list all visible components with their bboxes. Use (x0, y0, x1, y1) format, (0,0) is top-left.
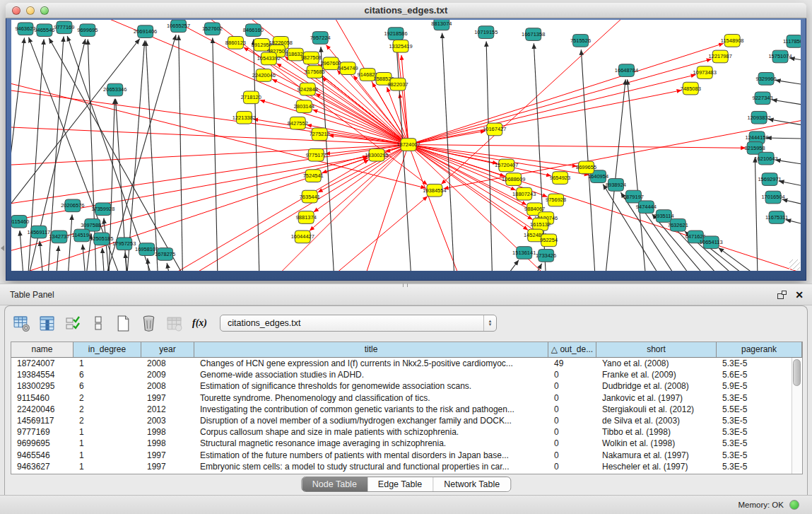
graph-node[interactable]: 9115460 (11, 216, 29, 228)
graph-node[interactable]: 7957224 (310, 32, 331, 45)
graph-node[interactable]: 10719155 (474, 26, 498, 39)
select-columns-button[interactable] (63, 314, 82, 333)
graph-node[interactable]: 10167427 (483, 123, 506, 136)
graph-node[interactable]: 15692971 (758, 173, 781, 186)
table-row[interactable]: 946554611997Estimation of the future num… (11, 450, 792, 461)
close-panel-icon[interactable]: ✕ (795, 291, 804, 299)
graph-node[interactable]: 17957253 (112, 238, 136, 250)
graph-node[interactable]: 11178504 (783, 35, 801, 48)
tab-network-table[interactable]: Network Table (433, 477, 510, 491)
graph-node[interactable]: 15136141 (512, 247, 536, 259)
graph-node[interactable]: 7515526 (570, 35, 591, 47)
graph-node[interactable]: 8813074 (431, 20, 452, 30)
tab-node-table[interactable]: Node Table (302, 477, 367, 491)
graph-node[interactable]: 20691406 (134, 25, 157, 38)
graph-node[interactable]: 9699695 (77, 24, 98, 37)
graph-node[interactable]: 19384554 (423, 184, 446, 197)
graph-node[interactable]: 13325419 (389, 40, 412, 52)
function-builder-button[interactable]: f(x) (190, 314, 209, 333)
graph-node[interactable]: 10655257 (167, 20, 190, 33)
graph-node[interactable]: 1527602 (202, 23, 223, 35)
graph-node[interactable]: 20653346 (103, 83, 126, 96)
graph-node[interactable]: 9756928 (546, 194, 566, 206)
table-scrollbar[interactable] (792, 358, 802, 474)
graph-node[interactable]: 1678275 (155, 248, 175, 261)
graph-node[interactable]: 7635441 (300, 190, 320, 203)
graph-node[interactable]: 7524541 (303, 170, 324, 182)
show-columns-button[interactable] (37, 314, 57, 333)
window-titlebar[interactable]: citations_edges.txt (6, 3, 806, 18)
table-row[interactable]: 1938455462009Genome-wide association stu… (11, 369, 792, 380)
graph-node[interactable]: 15720407 (495, 159, 518, 172)
network-canvas[interactable]: 9463627946554697771699699695206914061065… (11, 20, 801, 271)
graph-node[interactable]: 12217987 (709, 50, 732, 63)
column-header-short[interactable]: short (596, 342, 717, 357)
new-table-button[interactable] (114, 314, 133, 333)
graph-node[interactable]: 20206576 (61, 199, 84, 212)
graph-node[interactable]: 9881374 (296, 211, 317, 224)
table-settings-button[interactable] (12, 314, 31, 333)
graph-node[interactable]: 18807243 (512, 187, 536, 200)
graph-node[interactable]: 22420046 (252, 69, 276, 82)
graph-node[interactable]: 15751074 (768, 50, 792, 63)
graph-node[interactable]: 16671358 (522, 28, 545, 41)
tab-edge-table[interactable]: Edge Table (367, 477, 433, 491)
graph-node[interactable]: 9227343 (753, 92, 773, 105)
graph-node[interactable]: 9465546 (34, 24, 54, 37)
row-options-button[interactable] (88, 314, 107, 333)
graph-node[interactable]: 9329966 (756, 73, 777, 86)
graph-node[interactable]: 8427552 (288, 117, 308, 129)
column-header-title[interactable]: title (194, 342, 548, 357)
graph-node[interactable]: 16648784 (615, 64, 638, 77)
graph-node[interactable]: 8860123 (225, 37, 246, 49)
table-row[interactable]: 911546021997Tourette syndrome. Phenomeno… (11, 392, 792, 404)
graph-node[interactable]: 7485083 (681, 82, 701, 95)
graph-node[interactable]: 11548908 (721, 35, 744, 47)
graph-node[interactable]: 10973483 (693, 66, 717, 79)
graph-node[interactable]: 8466160 (243, 24, 264, 37)
column-header-pagerank[interactable]: pagerank (717, 342, 802, 357)
graph-node[interactable]: 10688609 (502, 173, 525, 186)
graph-node[interactable]: 8454749 (338, 62, 358, 75)
graph-node[interactable]: 7275212 (310, 128, 330, 141)
graph-node[interactable]: 2718120 (241, 91, 261, 104)
float-panel-icon[interactable] (777, 291, 787, 299)
graph-node[interactable]: 16044427 (291, 230, 314, 243)
graph-node[interactable]: 9777169 (54, 21, 74, 34)
graph-node[interactable]: 1342737 (49, 230, 69, 243)
column-header-name[interactable]: name (11, 342, 73, 357)
graph-node[interactable]: 9463627 (15, 23, 35, 35)
delete-columns-button[interactable] (139, 314, 158, 333)
splitter-handle[interactable] (403, 284, 408, 287)
graph-node[interactable]: 12213382 (233, 111, 256, 124)
table-selector-dropdown[interactable]: citations_edges.txt ▲▼ (220, 315, 497, 332)
graph-node[interactable]: 9827508 (301, 52, 322, 64)
table-row[interactable]: 1872400712008Changes of HCN gene express… (11, 358, 792, 369)
graph-node[interactable]: 8938924 (606, 179, 626, 192)
graph-node[interactable]: 9822037 (387, 78, 408, 90)
column-header-out_degree[interactable]: △ out_de... (548, 342, 596, 357)
graph-node[interactable]: 12093832 (747, 111, 770, 124)
graph-node[interactable]: 952254 (540, 234, 558, 247)
graph-node[interactable]: 17016504 (761, 191, 784, 204)
column-header-in_degree[interactable]: in_degree (73, 342, 141, 357)
graph-node[interactable]: 3175685 (305, 66, 325, 78)
table-row[interactable]: 946362711997Embryonic stem cells: a mode… (11, 461, 792, 472)
scrollbar-thumb[interactable] (793, 359, 801, 386)
graph-node[interactable]: 2803144 (294, 100, 314, 113)
window-resize-grip[interactable] (789, 259, 800, 270)
splitter-collapse-arrow[interactable] (1, 245, 4, 251)
table-row[interactable]: 969969511998Structural magnetic resonanc… (11, 438, 792, 449)
graph-node[interactable]: 1145194 (72, 229, 93, 242)
graph-node[interactable]: 11675311 (765, 211, 788, 224)
graph-node[interactable]: 1733426 (536, 250, 556, 262)
graph-node[interactable]: 19218586 (384, 28, 407, 40)
graph-node[interactable]: 1615132 (530, 218, 551, 230)
graph-node[interactable]: 9775177 (306, 148, 326, 161)
table-row[interactable]: 1830029562008Estimation of significance … (11, 380, 792, 392)
graph-node[interactable]: 7632621 (668, 218, 688, 231)
graph-node[interactable]: 9654923 (550, 172, 570, 185)
graph-node[interactable]: 9474444 (636, 201, 657, 214)
column-header-year[interactable]: year (141, 342, 194, 357)
graph-node[interactable]: 8699655 (576, 161, 596, 174)
